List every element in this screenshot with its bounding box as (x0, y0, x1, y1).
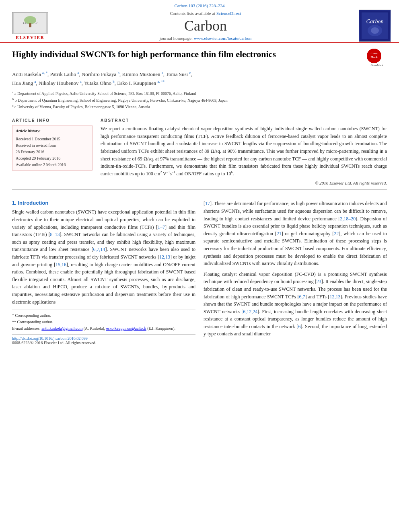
abstract-text: We report a continuous floating catalyst… (101, 125, 387, 177)
doi-link[interactable]: http://dx.doi.org/10.1016/j.carbon.2016.… (12, 336, 88, 341)
affiliation-c: c c University of Vienna, Faculty of Phy… (12, 103, 387, 110)
these-word: these (49, 269, 59, 275)
article-history: Article history: Received 1 December 201… (12, 125, 93, 171)
elsevier-wordmark: ELSEVIER (16, 35, 45, 40)
footnote-star2: ** Corresponding author. (12, 319, 195, 325)
svg-rect-3 (29, 23, 31, 27)
intro-paragraph-2: [17]. These are detrimental for performa… (204, 200, 387, 267)
elsevier-image: ELSEVIER (12, 12, 48, 34)
email-link-1[interactable]: antti.kaskela@gmail.com (41, 326, 82, 331)
email-link-2[interactable]: esko.kauppinen@aalto.fi (106, 326, 146, 331)
abstract-col: ABSTRACT We report a continuous floating… (101, 118, 387, 185)
history-title: Article history: (16, 128, 89, 134)
affiliation-b: b b Department of Quantum Engineering, S… (12, 97, 387, 103)
main-body: 1. Introduction Single-walled carbon nan… (0, 200, 399, 351)
homepage-prefix: journal homepage: (160, 36, 193, 41)
divider-2 (12, 189, 387, 190)
email-label: E-mail addresses: (12, 326, 41, 331)
citation-text: Carbon 103 (2016) 228–234 (175, 3, 225, 8)
divider-1 (12, 114, 387, 114)
journal-center: Contents lists available at ScienceDirec… (52, 11, 359, 41)
elsevier-logo: ELSEVIER ELSEVIER (8, 12, 52, 40)
accepted-date: Accepted 29 February 2016 (16, 155, 89, 162)
citation-bar: Carbon 103 (2016) 228–234 (0, 3, 399, 8)
revised-date: 28 February 2016 (16, 149, 89, 155)
body-right: [17]. These are detrimental for performa… (204, 200, 387, 345)
homepage-line: journal homepage: www.elsevier.com/locat… (52, 36, 359, 41)
article-info-heading: ARTICLE INFO (12, 118, 93, 123)
contents-label: Contents lists available at (170, 11, 215, 16)
issn-line: 0008-6223/© 2016 Elsevier Ltd. All right… (12, 341, 195, 345)
article-info-col: ARTICLE INFO Article history: Received 1… (12, 118, 93, 185)
svg-text:Carbon: Carbon (366, 18, 384, 25)
received-date: Received 1 December 2015 (16, 136, 89, 142)
affiliation-a: a a Department of Applied Physics, Aalto… (12, 90, 387, 97)
email2-name: (E.I. Kauppinen). (147, 326, 175, 331)
footnote-section: * Corresponding author. ** Corresponding… (12, 310, 195, 332)
footnote-star1: * Corresponding author. (12, 312, 195, 319)
affiliations: a a Department of Applied Physics, Aalto… (12, 90, 387, 110)
intro-paragraph-3: Floating catalyst chemical vapor deposit… (204, 271, 387, 338)
copyright: © 2016 Elsevier Ltd. All rights reserved… (101, 181, 387, 185)
journal-header: Carbon 103 (2016) 228–234 ELSEVIER ELSEV… (0, 0, 399, 43)
section-title-text: Introduction (18, 200, 48, 206)
svg-point-2 (24, 16, 36, 24)
svg-point-8 (371, 27, 379, 34)
the-word: the (226, 301, 232, 307)
article-content: Highly individual SWCNTs for high perfor… (0, 43, 399, 200)
doi-url: http://dx.doi.org/10.1016/j.carbon.2016.… (12, 336, 195, 341)
revised-label: Received in revised form (16, 142, 89, 149)
crossmark-label: CrossMark (367, 64, 387, 67)
intro-paragraph-1: Single-walled carbon nanotubes (SWCNT) h… (12, 208, 195, 306)
doi-section: http://dx.doi.org/10.1016/j.carbon.2016.… (12, 334, 195, 345)
section-number: 1. (12, 200, 16, 206)
journal-row: ELSEVIER ELSEVIER Contents lists availab… (0, 10, 399, 42)
journal-name: Carbon (52, 17, 359, 34)
email-line: E-mail addresses: antti.kaskela@gmail.co… (12, 325, 195, 332)
authors: Antti Kaskela a, *, Patrik Laiho a, Nori… (12, 70, 387, 88)
abstract-heading: ABSTRACT (101, 118, 387, 123)
available-date: Available online 2 March 2016 (16, 162, 89, 168)
page: Carbon 103 (2016) 228–234 ELSEVIER ELSEV… (0, 0, 399, 351)
crossmark-container: Cross Mark CrossMark (367, 49, 387, 67)
info-abstract-row: ARTICLE INFO Article history: Received 1… (12, 118, 387, 185)
homepage-link[interactable]: www.elsevier.com/locate/carbon (194, 36, 251, 41)
article-title: Highly individual SWCNTs for high perfor… (12, 49, 363, 60)
svg-text:Cross: Cross (371, 52, 378, 55)
body-left: 1. Introduction Single-walled carbon nan… (12, 200, 195, 345)
svg-text:Mark: Mark (370, 55, 377, 59)
email1-name: (A. Kaskela), (84, 326, 105, 331)
journal-thumbnail: Carbon (359, 10, 391, 42)
title-row: Highly individual SWCNTs for high perfor… (12, 49, 387, 67)
sciencedirect-link[interactable]: ScienceDirect (216, 11, 241, 16)
crossmark-icon[interactable]: Cross Mark (367, 49, 381, 63)
sciencedirect-line: Contents lists available at ScienceDirec… (52, 11, 359, 16)
intro-section-title: 1. Introduction (12, 200, 195, 206)
